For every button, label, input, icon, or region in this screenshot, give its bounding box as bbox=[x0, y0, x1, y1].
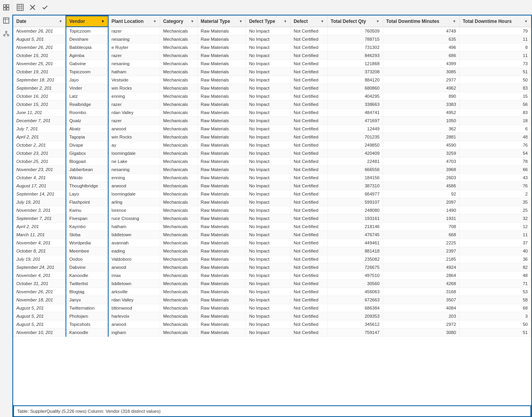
cell-vendor: Dabvine bbox=[66, 263, 108, 272]
filter-icon-vendor[interactable]: ▼ bbox=[101, 19, 105, 23]
table-row[interactable]: November 4, 201KanoodleimaxMechanicalsRa… bbox=[13, 272, 531, 280]
filter-icon-total_downtime_hours[interactable]: ▼ bbox=[524, 19, 528, 23]
cell-total_defect_qty: 184156 bbox=[327, 174, 383, 182]
close-icon[interactable] bbox=[28, 3, 37, 12]
hierarchy-icon[interactable] bbox=[2, 29, 10, 38]
table-row[interactable]: April 2, 201Tagopiawin RocksMechanicalsR… bbox=[13, 133, 531, 141]
table-icon[interactable] bbox=[2, 16, 10, 25]
cell-defect: Not Certified bbox=[290, 76, 328, 84]
table-body: November 26, 201TopiczoomrazerMechanical… bbox=[13, 27, 531, 337]
cell-material_type: Raw Materials bbox=[197, 206, 246, 215]
cell-material_type: Raw Materials bbox=[197, 198, 246, 206]
cell-total_defect_qty: 664977 bbox=[327, 190, 383, 198]
cell-material_type: Raw Materials bbox=[197, 288, 246, 296]
table-row[interactable]: October 8, 201MeembeeeadingMechanicalsRa… bbox=[13, 247, 531, 255]
filter-icon-defect[interactable]: ▼ bbox=[321, 19, 324, 23]
table-row[interactable]: November 26, 201TopiczoomrazerMechanical… bbox=[13, 27, 531, 35]
table-row[interactable]: November 4, 201WordpediaavannahMechanica… bbox=[13, 239, 531, 247]
table-row[interactable]: August 5, 201TwitternationbttonwoodMecha… bbox=[13, 304, 531, 312]
col-header-defect_type[interactable]: Defect Type▼ bbox=[246, 16, 290, 27]
filter-icon-date[interactable]: ▼ bbox=[59, 19, 62, 23]
table-container[interactable]: Date▼Vendor▼Plant Location▼Category▼Mate… bbox=[13, 16, 531, 405]
table-row[interactable]: November 26, 201BlogtagarksvilleMechanic… bbox=[13, 288, 531, 296]
table-row[interactable]: October 25, 201Blogpadne LakeMechanicals… bbox=[13, 157, 531, 166]
table-row[interactable]: October 2, 201DivapeayMechanicalsRaw Mat… bbox=[13, 141, 531, 149]
table-row[interactable]: June 11, 201Roombordan ValleyMechanicals… bbox=[13, 109, 531, 117]
cell-category: Mechanicals bbox=[160, 182, 197, 190]
cell-defect: Not Certified bbox=[290, 92, 328, 100]
table-row[interactable]: September 7, 201Fivespanruce CrossingMec… bbox=[13, 215, 531, 223]
col-header-plant_location[interactable]: Plant Location▼ bbox=[108, 16, 160, 27]
filter-icon-category[interactable]: ▼ bbox=[191, 19, 194, 23]
cell-total_downtime_hours: 54 bbox=[459, 149, 531, 157]
table-row[interactable]: August 17, 201ThoughtbridgearwoodMechani… bbox=[13, 182, 531, 190]
table-row[interactable]: July 19, 201FlashpointarlingMechanicalsR… bbox=[13, 198, 531, 206]
filter-icon-material_type[interactable]: ▼ bbox=[239, 19, 243, 23]
table-row[interactable]: September 18, 201JayoVestsideMechanicals… bbox=[13, 76, 531, 84]
table-row[interactable]: November 26, 201Babbleopiae RuyterMechan… bbox=[13, 43, 531, 52]
cell-material_type: Raw Materials bbox=[197, 166, 246, 174]
col-header-total_downtime_minutes[interactable]: Total Downtime Minutes▼ bbox=[383, 16, 459, 27]
cell-material_type: Raw Materials bbox=[197, 27, 246, 35]
table-row[interactable]: November 23, 201JabberbeannesaningMechan… bbox=[13, 166, 531, 174]
table-row[interactable]: October 31, 201TwitterlistliddletownMech… bbox=[13, 280, 531, 288]
table-row[interactable]: October 19, 201TopiczoomhathamMechanical… bbox=[13, 68, 531, 76]
cell-vendor: Janyx bbox=[66, 296, 108, 304]
cell-total_downtime_hours: 53 bbox=[459, 288, 531, 296]
table-row[interactable]: October 16, 201LatzenningMechanicalsRaw … bbox=[13, 92, 531, 100]
filter-icon-defect_type[interactable]: ▼ bbox=[283, 19, 287, 23]
col-header-total_defect_qty[interactable]: Total Defect Qty▼ bbox=[327, 16, 383, 27]
table-row[interactable]: October 23, 201GigaboxloomingdaleMechani… bbox=[13, 149, 531, 157]
cell-total_defect_qty: 404295 bbox=[327, 92, 383, 100]
cell-defect: Not Certified bbox=[290, 141, 328, 149]
cell-category: Mechanicals bbox=[160, 304, 197, 312]
table-row[interactable]: August 5, 201PhotojamharlevoixMechanical… bbox=[13, 312, 531, 320]
col-header-defect[interactable]: Defect▼ bbox=[290, 16, 328, 27]
table-row[interactable]: October 4, 201WikidoenningMechanicalsRaw… bbox=[13, 174, 531, 182]
table-row[interactable]: October 15, 201RealbridgerazerMechanical… bbox=[13, 100, 531, 109]
cell-vendor: Realbridge bbox=[66, 100, 108, 109]
table-row[interactable]: July 7, 201AbatzarwoodMechanicalsRaw Mat… bbox=[13, 125, 531, 133]
col-header-date[interactable]: Date▼ bbox=[13, 16, 66, 27]
check-icon[interactable] bbox=[40, 3, 50, 12]
col-header-vendor[interactable]: Vendor▼ bbox=[66, 16, 108, 27]
cell-date: August 17, 201 bbox=[13, 182, 66, 190]
table-row[interactable]: November 10, 201KanoodleinghamMechanical… bbox=[13, 329, 531, 337]
table-row[interactable]: March 11, 201SkibaliddletownMechanicalsR… bbox=[13, 231, 531, 239]
cell-category: Mechanicals bbox=[160, 166, 197, 174]
table-row[interactable]: December 7, 201QuatzrazerMechanicalsRaw … bbox=[13, 117, 531, 125]
table-row[interactable]: October 15, 201AgimbarazerMechanicalsRaw… bbox=[13, 52, 531, 60]
table-row[interactable]: April 2, 201KaymbohathamMechanicalsRaw M… bbox=[13, 223, 531, 231]
table-row[interactable]: July 19, 201OodooValdoboroMechanicalsRaw… bbox=[13, 255, 531, 263]
table-row[interactable]: November 25, 201GabvinenesaningMechanica… bbox=[13, 60, 531, 68]
filter-icon-total_defect_qty[interactable]: ▼ bbox=[376, 19, 380, 23]
spreadsheet-icon[interactable] bbox=[16, 3, 25, 12]
table-row[interactable]: August 5, 201DevsharenesaningMechanicals… bbox=[13, 35, 531, 43]
col-header-total_downtime_hours[interactable]: Total Downtime Hours▼ bbox=[459, 16, 531, 27]
table-row[interactable]: November 18, 201Janyxrdan ValleyMechanic… bbox=[13, 296, 531, 304]
col-header-material_type[interactable]: Material Type▼ bbox=[197, 16, 246, 27]
table-row[interactable]: September 2, 201Vinderwin RocksMechanica… bbox=[13, 84, 531, 92]
table-row[interactable]: November 3, 201KwinulorenceMechanicalsRa… bbox=[13, 206, 531, 215]
cell-total_downtime_hours: 78 bbox=[459, 157, 531, 166]
cell-defect: Not Certified bbox=[290, 223, 328, 231]
cell-category: Mechanicals bbox=[160, 68, 197, 76]
table-row[interactable]: August 5, 201TopicshotsarwoodMechanicals… bbox=[13, 320, 531, 329]
col-header-category[interactable]: Category▼ bbox=[160, 16, 197, 27]
cell-defect: Not Certified bbox=[290, 206, 328, 215]
cell-plant_location: liddletown bbox=[108, 231, 160, 239]
cell-total_downtime_minutes: 1050 bbox=[383, 117, 459, 125]
table-row[interactable]: September 24, 201DabvinearwoodMechanical… bbox=[13, 263, 531, 272]
cell-defect_type: No Impact bbox=[246, 296, 290, 304]
cell-total_defect_qty: 209353 bbox=[327, 312, 383, 320]
cell-plant_location: arwood bbox=[108, 320, 160, 329]
filter-icon-plant_location[interactable]: ▼ bbox=[153, 19, 157, 23]
cell-material_type: Raw Materials bbox=[197, 247, 246, 255]
table-row[interactable]: September 14, 201LayoloomingdaleMechanic… bbox=[13, 190, 531, 198]
cell-material_type: Raw Materials bbox=[197, 109, 246, 117]
filter-icon-total_downtime_minutes[interactable]: ▼ bbox=[453, 19, 456, 23]
svg-line-11 bbox=[4, 34, 6, 35]
grid-icon[interactable] bbox=[2, 3, 10, 12]
cell-material_type: Raw Materials bbox=[197, 117, 246, 125]
cell-material_type: Raw Materials bbox=[197, 215, 246, 223]
